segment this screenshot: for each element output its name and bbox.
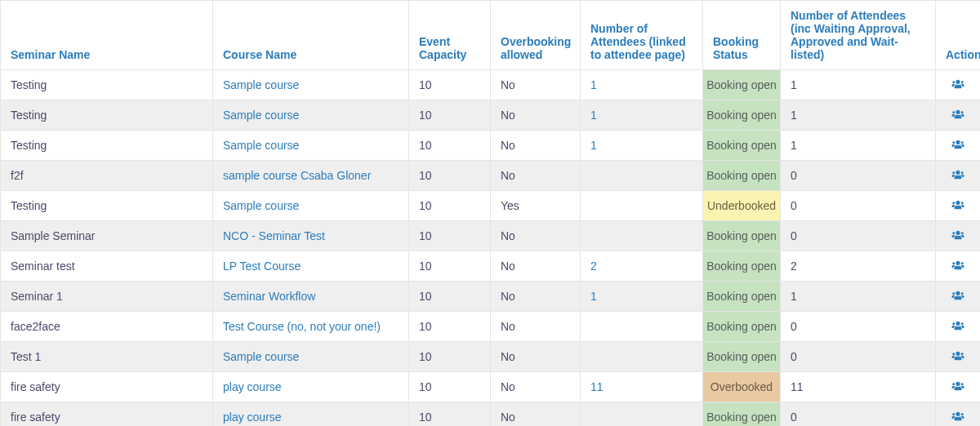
attendees-linked-cell (581, 402, 703, 427)
seminar-name: Testing (1, 191, 213, 221)
event-capacity: 10 (409, 282, 491, 312)
course-link[interactable]: Sample course (223, 350, 299, 363)
attendees-icon[interactable] (951, 78, 964, 91)
booking-status: Underbooked (703, 191, 780, 220)
attendees-linked-cell: 1 (581, 131, 703, 161)
attendees-icon[interactable] (951, 260, 964, 273)
course-link[interactable]: Sample course (223, 78, 299, 91)
seminar-name: Sample Seminar (1, 221, 213, 251)
course-link[interactable]: play course (223, 410, 282, 424)
attendees-incwait: 11 (781, 372, 936, 402)
table-row: Seminar 1Seminar Workflow10No1Booking op… (1, 282, 981, 312)
booking-status: Booking open (703, 402, 780, 426)
attendees-incwait: 0 (781, 342, 936, 372)
course-link[interactable]: play course (223, 380, 282, 393)
course-link[interactable]: Sample course (223, 139, 299, 152)
col-header-capacity[interactable]: Event Capacity (419, 35, 466, 61)
attendees-icon[interactable] (951, 320, 964, 333)
event-capacity: 10 (409, 251, 491, 282)
overbooking-allowed: No (491, 372, 581, 402)
table-row: TestingSample course10YesUnderbooked0 (1, 191, 981, 221)
col-header-status[interactable]: Booking Status (713, 35, 759, 61)
col-header-incwait[interactable]: Number of Attendees (inc Waiting Approva… (791, 9, 911, 61)
attendees-link[interactable]: 1 (590, 139, 597, 152)
attendees-incwait: 1 (781, 282, 936, 312)
booking-status: Booking open (703, 282, 780, 311)
attendees-incwait: 1 (781, 70, 936, 100)
booking-status: Booking open (703, 70, 780, 100)
overbooking-allowed: No (491, 342, 581, 372)
seminar-events-table: Seminar Name Course Name Event Capacity … (0, 0, 980, 426)
table-row: fire safetyplay course10NoBooking open0 (1, 402, 981, 427)
attendees-icon[interactable] (951, 290, 964, 303)
attendees-link[interactable]: 11 (590, 380, 604, 393)
course-link[interactable]: Sample course (223, 199, 299, 212)
attendees-icon[interactable] (951, 350, 964, 363)
course-link[interactable]: sample course Csaba Gloner (223, 169, 371, 182)
event-capacity: 10 (409, 191, 491, 221)
attendees-icon[interactable] (951, 380, 964, 393)
attendees-incwait: 2 (781, 251, 936, 282)
event-capacity: 10 (409, 70, 491, 100)
seminar-name: fire safety (1, 402, 213, 427)
overbooking-allowed: No (491, 100, 581, 131)
attendees-link[interactable]: 1 (590, 109, 597, 122)
table-row: face2faceTest Course (no, not your one!)… (1, 312, 981, 342)
attendees-incwait: 0 (781, 221, 936, 251)
attendees-icon[interactable] (951, 169, 964, 182)
event-capacity: 10 (409, 312, 491, 342)
event-capacity: 10 (409, 100, 491, 131)
overbooking-allowed: No (491, 221, 581, 251)
booking-status: Booking open (703, 251, 780, 281)
attendees-link[interactable]: 1 (590, 290, 597, 303)
attendees-incwait: 1 (781, 100, 936, 131)
col-header-overbook[interactable]: Overbooking allowed (501, 35, 571, 61)
attendees-incwait: 0 (781, 402, 936, 427)
attendees-link[interactable]: 1 (590, 78, 597, 91)
booking-status: Booking open (703, 131, 780, 160)
course-link[interactable]: Sample course (223, 109, 299, 122)
seminar-name: Testing (1, 70, 213, 100)
table-row: TestingSample course10No1Booking open1 (1, 70, 981, 100)
course-link[interactable]: LP Test Course (223, 260, 301, 273)
attendees-linked-cell (581, 191, 703, 221)
overbooking-allowed: No (491, 282, 581, 312)
table-row: Test 1Sample course10NoBooking open0 (1, 342, 981, 372)
attendees-incwait: 1 (781, 131, 936, 161)
attendees-icon[interactable] (951, 109, 964, 122)
attendees-icon[interactable] (951, 229, 964, 242)
attendees-icon[interactable] (951, 410, 964, 424)
attendees-icon[interactable] (951, 139, 964, 152)
table-header-row: Seminar Name Course Name Event Capacity … (1, 1, 981, 70)
event-capacity: 10 (409, 372, 491, 402)
overbooking-allowed: No (491, 251, 581, 282)
course-link[interactable]: Test Course (no, not your one!) (223, 320, 381, 333)
col-header-linked[interactable]: Number of Attendees (linked to attendee … (590, 22, 686, 61)
booking-status: Booking open (703, 342, 780, 371)
course-link[interactable]: Seminar Workflow (223, 290, 315, 303)
attendees-linked-cell: 11 (581, 372, 703, 402)
overbooking-allowed: No (491, 131, 581, 161)
seminar-name: Testing (1, 131, 213, 161)
attendees-link[interactable]: 2 (590, 260, 597, 273)
overbooking-allowed: Yes (491, 191, 581, 221)
attendees-incwait: 0 (781, 161, 936, 191)
attendees-incwait: 0 (781, 191, 936, 221)
booking-status: Booking open (703, 312, 780, 341)
col-header-actions[interactable]: Actions (946, 48, 980, 61)
table-row: f2fsample course Csaba Gloner10NoBooking… (1, 161, 981, 191)
col-header-course[interactable]: Course Name (223, 48, 296, 61)
attendees-icon[interactable] (951, 199, 964, 212)
attendees-linked-cell (581, 312, 703, 342)
event-capacity: 10 (409, 342, 491, 372)
event-capacity: 10 (409, 131, 491, 161)
course-link[interactable]: NCO - Seminar Test (223, 229, 325, 242)
attendees-linked-cell (581, 342, 703, 372)
event-capacity: 10 (409, 402, 491, 427)
attendees-linked-cell: 1 (581, 282, 703, 312)
seminar-name: f2f (1, 161, 213, 191)
overbooking-allowed: No (491, 312, 581, 342)
table-row: Sample SeminarNCO - Seminar Test10NoBook… (1, 221, 981, 251)
seminar-name: fire safety (1, 372, 213, 402)
col-header-seminar[interactable]: Seminar Name (11, 48, 90, 61)
